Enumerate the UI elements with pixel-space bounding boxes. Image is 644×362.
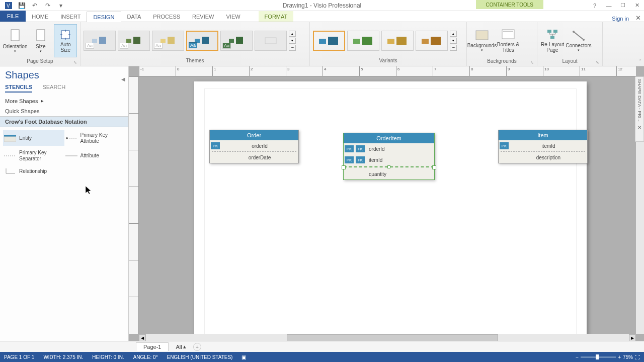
quick-shapes-button[interactable]: Quick Shapes	[0, 106, 128, 116]
status-language[interactable]: ENGLISH (UNITED STATES)	[167, 354, 233, 360]
macro-record-icon[interactable]: ▣	[242, 354, 246, 360]
table-row[interactable]: PKFKitemId	[344, 154, 434, 165]
signin-link[interactable]: Sign in	[612, 16, 629, 22]
backgrounds-button[interactable]: Backgrounds▾	[470, 24, 494, 57]
shapes-collapse-icon[interactable]: ◀	[121, 76, 125, 82]
table-row[interactable]: PKorderId	[210, 140, 298, 151]
themes-more-icon[interactable]: ⋯	[289, 45, 296, 51]
page-tab-1[interactable]: Page-1	[136, 342, 169, 351]
shape-relationship[interactable]: Relationship	[3, 165, 64, 177]
entity-order[interactable]: Order PKorderId orderDate	[209, 130, 299, 163]
minimize-icon[interactable]: —	[604, 2, 614, 10]
document-title: Drawing1 - Visio Professional	[283, 2, 362, 9]
tab-review[interactable]: REVIEW	[186, 11, 220, 22]
entity-order-header: Order	[210, 130, 298, 140]
layout-launcher-icon[interactable]: ⤡	[596, 60, 599, 65]
pk-badge: PK	[211, 142, 220, 149]
page-tab-all[interactable]: All ▴	[173, 342, 189, 351]
tab-process[interactable]: PROCESS	[147, 11, 186, 22]
orientation-button[interactable]: Orientation▾	[3, 24, 27, 57]
table-row[interactable]: PKFKorderId	[344, 143, 434, 154]
theme-2[interactable]: Aa	[118, 31, 150, 51]
scroll-right-icon[interactable]: ▶	[629, 334, 636, 341]
shapes-panel: Shapes ◀ STENCILS SEARCH More Shapes▸ Qu…	[0, 66, 129, 342]
zoom-out-icon[interactable]: −	[576, 354, 579, 360]
drawing-page[interactable]: Order PKorderId orderDate OrderItem PKFK…	[194, 81, 587, 342]
redo-icon[interactable]: ↷	[43, 1, 52, 10]
variants-scroll-down-icon[interactable]: ▾	[450, 38, 457, 44]
qat-dropdown-icon[interactable]: ▾	[56, 1, 65, 10]
borders-button[interactable]: Borders & Titles	[496, 24, 520, 57]
backgrounds-launcher-icon[interactable]: ⤡	[530, 60, 534, 65]
variant-1[interactable]	[313, 31, 345, 51]
doc-close-icon[interactable]: ✕	[635, 14, 641, 22]
page-setup-launcher-icon[interactable]: ⤡	[73, 60, 77, 65]
tab-format[interactable]: FORMAT	[259, 11, 294, 22]
variant-2[interactable]	[347, 31, 379, 51]
tab-design[interactable]: DESIGN	[87, 12, 121, 22]
pk-separator-selected[interactable]	[344, 166, 434, 167]
zoom-in-icon[interactable]: +	[618, 354, 621, 360]
themes-scroll-down-icon[interactable]: ▾	[289, 38, 296, 44]
tab-home[interactable]: HOME	[26, 11, 54, 22]
variant-3[interactable]	[381, 31, 414, 51]
zoom-slider[interactable]	[581, 356, 616, 358]
shape-attribute[interactable]: Attribute	[64, 148, 126, 163]
theme-5[interactable]: Aa	[220, 31, 253, 51]
zoom-value[interactable]: 75%	[623, 354, 633, 360]
tab-insert[interactable]: INSERT	[54, 11, 87, 22]
relayout-button[interactable]: Re-Layout Page	[540, 24, 565, 57]
tab-file[interactable]: FILE	[0, 11, 26, 22]
tab-view[interactable]: VIEW	[220, 11, 246, 22]
svg-rect-12	[202, 37, 209, 44]
svg-rect-29	[550, 36, 554, 39]
theme-6[interactable]	[255, 31, 287, 51]
autosize-button[interactable]: Auto Size	[54, 24, 77, 57]
more-shapes-button[interactable]: More Shapes▸	[0, 96, 128, 106]
shape-pk-separator[interactable]: Primary Key Separator	[3, 148, 64, 163]
chevron-right-icon: ▸	[41, 98, 44, 104]
svg-rect-23	[431, 37, 441, 45]
entity-icon	[4, 134, 16, 142]
theme-1[interactable]: Aa	[84, 31, 116, 51]
page-margin	[204, 88, 577, 342]
attr-icon	[65, 152, 77, 160]
entity-orderitem[interactable]: OrderItem PKFKorderId PKFKitemId quantit…	[343, 133, 435, 180]
theme-3[interactable]: Aa	[152, 31, 184, 51]
theme-4[interactable]: Aa	[186, 31, 218, 51]
themes-scroll-up-icon[interactable]: ▴	[289, 31, 296, 37]
add-page-button[interactable]: +	[193, 343, 201, 351]
connectors-button[interactable]: Connectors▾	[567, 24, 591, 57]
fit-page-icon[interactable]: ⛶	[635, 354, 640, 360]
stencils-tab[interactable]: STENCILS	[5, 84, 32, 93]
entity-item[interactable]: Item PKitemId description	[498, 130, 588, 163]
maximize-icon[interactable]: ☐	[618, 2, 628, 10]
table-row[interactable]: quantity	[344, 168, 434, 179]
close-icon[interactable]: ✕	[632, 2, 642, 10]
scroll-left-icon[interactable]: ◀	[139, 334, 146, 341]
stencil-header[interactable]: Crow's Foot Database Notation	[0, 116, 128, 127]
fk-badge: FK	[356, 145, 365, 152]
table-row[interactable]: orderDate	[210, 152, 298, 163]
help-icon[interactable]: ?	[590, 2, 600, 10]
undo-icon[interactable]: ↶	[30, 1, 39, 10]
shape-data-close-icon[interactable]: ✕	[637, 125, 641, 130]
save-icon[interactable]: 💾	[17, 1, 26, 10]
container-tools-label: CONTAINER TOOLS	[476, 0, 543, 9]
search-tab[interactable]: SEARCH	[42, 84, 65, 93]
shape-data-pane[interactable]: SHAPE DATA - PRI… ✕	[635, 76, 644, 142]
ribbon-collapse-icon[interactable]: ˆ	[639, 59, 641, 65]
size-button[interactable]: Size▾	[29, 24, 52, 57]
tab-data[interactable]: DATA	[121, 11, 147, 22]
shape-pk-attribute[interactable]: Primary Key Attribute	[64, 130, 126, 146]
table-row[interactable]: description	[499, 152, 587, 163]
status-bar: PAGE 1 OF 1 WIDTH: 2.375 IN. HEIGHT: 0 I…	[0, 352, 644, 362]
variant-4[interactable]	[416, 31, 448, 51]
table-row[interactable]: PKitemId	[499, 140, 587, 151]
canvas[interactable]: -10123456789101112 Order PKorderId order…	[129, 66, 644, 342]
themes-label: Themes	[83, 58, 307, 65]
variants-scroll-up-icon[interactable]: ▴	[450, 31, 457, 37]
variants-more-icon[interactable]: ⋯	[450, 45, 457, 51]
fk-badge: FK	[356, 156, 365, 163]
shape-entity[interactable]: Entity	[3, 130, 64, 146]
